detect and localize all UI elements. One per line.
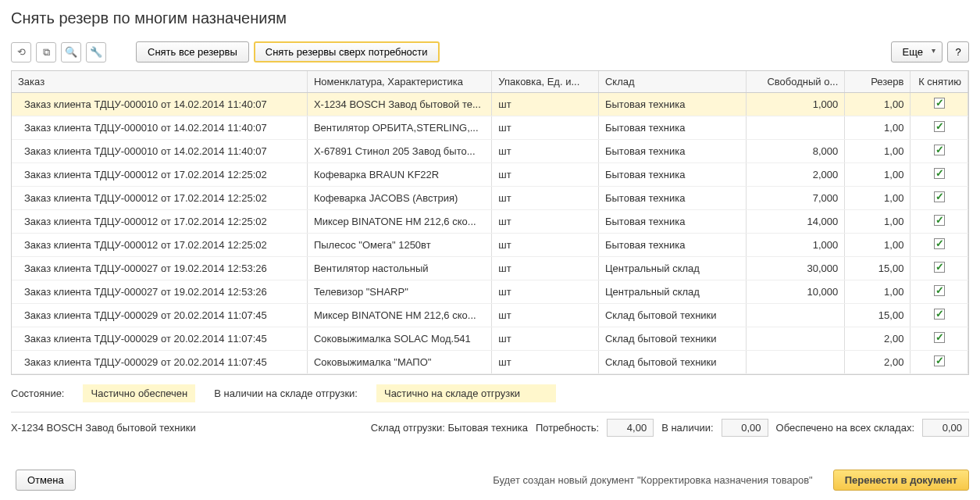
table-row[interactable]: Заказ клиента ТДЦУ-000029 от 20.02.2014 … (12, 351, 968, 374)
table-row[interactable]: Заказ клиента ТДЦУ-000027 от 19.02.2014 … (12, 280, 968, 304)
table-row[interactable]: Заказ клиента ТДЦУ-000027 от 19.02.2014 … (12, 257, 968, 280)
table-row[interactable]: Заказ клиента ТДЦУ-000012 от 17.02.2014 … (12, 210, 968, 234)
table-row[interactable]: Заказ клиента ТДЦУ-000012 от 17.02.2014 … (12, 234, 968, 257)
cell-chk[interactable] (911, 374, 968, 375)
cell-order: Заказ клиента ТДЦУ-000010 от 14.02.2014 … (12, 116, 307, 140)
cell-nom: Телевизор "SHARP" (307, 280, 491, 304)
col-unit[interactable]: Упаковка, Ед. и... (492, 71, 599, 93)
req-label: Потребность: (536, 422, 599, 434)
cell-res: 1,00 (845, 116, 911, 140)
checkbox-icon[interactable] (934, 332, 945, 343)
summary-product: Х-1234 BOSCH Завод бытовой техники (11, 422, 196, 434)
avail-label: В наличии: (661, 422, 713, 434)
cell-order: Заказ клиента ТДЦУ-000012 от 17.02.2014 … (12, 234, 307, 257)
cell-res: 15,00 (845, 304, 911, 327)
cell-free (747, 116, 845, 140)
page-title: Снять резерв по многим назначениям (11, 9, 969, 27)
cell-chk[interactable] (911, 234, 968, 257)
cell-unit: шт (492, 234, 599, 257)
cell-nom: Кофеварка JACOBS (Австрия) (307, 187, 491, 210)
cell-unit: шт (492, 140, 599, 163)
cell-nom: Миксер BINATONE HM 212,6 ско... (307, 304, 491, 327)
checkbox-icon[interactable] (934, 191, 945, 202)
cell-order: Заказ клиента ТДЦУ-000010 от 14.02.2014 … (12, 140, 307, 163)
cell-res: 1,00 (845, 93, 911, 116)
cell-res: 1,00 (845, 210, 911, 234)
stock-label: В наличии на складе отгрузки: (214, 384, 358, 399)
search-icon[interactable]: 🔍 (61, 42, 81, 62)
cell-order: Заказ клиента ТДЦУ-000027 от 19.02.2014 … (12, 280, 307, 304)
more-button[interactable]: Еще (891, 41, 943, 62)
col-check[interactable]: К снятию (911, 71, 968, 93)
cell-free (747, 327, 845, 351)
cell-chk[interactable] (911, 351, 968, 374)
req-value: 4,00 (607, 419, 654, 437)
col-order[interactable]: Заказ (12, 71, 307, 93)
col-reserve[interactable]: Резерв (845, 71, 911, 93)
checkbox-icon[interactable] (934, 168, 945, 179)
cell-sklad: Центральный склад (598, 280, 746, 304)
remove-all-button[interactable]: Снять все резервы (136, 41, 249, 62)
cell-sklad: Бытовая техника (598, 116, 746, 140)
cell-free (747, 351, 845, 374)
cell-chk[interactable] (911, 257, 968, 280)
table-row[interactable]: Заказ клиента ТДЦУ-000010 от 14.02.2014 … (12, 140, 968, 163)
icon-btn-copy[interactable]: ⧉ (36, 42, 56, 62)
cell-chk[interactable] (911, 304, 968, 327)
cell-chk[interactable] (911, 210, 968, 234)
col-sklad[interactable]: Склад (598, 71, 746, 93)
cell-sklad: Бытовая техника (598, 234, 746, 257)
checkbox-icon[interactable] (934, 262, 945, 273)
checkbox-icon[interactable] (934, 98, 945, 109)
help-button[interactable]: ? (947, 41, 969, 62)
cell-unit: шт (492, 163, 599, 187)
checkbox-icon[interactable] (934, 285, 945, 296)
cell-free: 1,000 (747, 93, 845, 116)
cell-unit: шт (492, 187, 599, 210)
summary-sklad: Склад отгрузки: Бытовая техника (371, 422, 528, 434)
remove-excess-button[interactable]: Снять резервы сверх потребности (254, 41, 440, 62)
cancel-button[interactable]: Отмена (16, 470, 76, 491)
checkbox-icon[interactable] (934, 215, 945, 226)
all-value: 0,00 (922, 419, 969, 437)
submit-button[interactable]: Перенести в документ (833, 470, 969, 491)
table-row[interactable]: Заказ клиента ТДЦУ-000038 от 19.03.2014 … (12, 374, 968, 375)
checkbox-icon[interactable] (934, 121, 945, 132)
stock-value: Частично на складе отгрузки (376, 384, 556, 402)
avail-value: 0,00 (722, 419, 768, 437)
footer-message: Будет создан новый документ "Корректиров… (85, 474, 819, 486)
table-row[interactable]: Заказ клиента ТДЦУ-000010 от 14.02.2014 … (12, 93, 968, 116)
table-row[interactable]: Заказ клиента ТДЦУ-000012 от 17.02.2014 … (12, 187, 968, 210)
table-row[interactable]: Заказ клиента ТДЦУ-000029 от 20.02.2014 … (12, 327, 968, 351)
data-table: Заказ Номенклатура, Характеристика Упако… (11, 70, 969, 375)
checkbox-icon[interactable] (934, 145, 945, 155)
col-nomenclature[interactable]: Номенклатура, Характеристика (307, 71, 491, 93)
cell-unit: шт (492, 304, 599, 327)
col-free[interactable]: Свободный о... (747, 71, 845, 93)
checkbox-icon[interactable] (934, 309, 945, 320)
checkbox-icon[interactable] (934, 238, 945, 249)
cell-nom: Х-1234 BOSCH Завод бытовой те... (307, 93, 491, 116)
cell-chk[interactable] (911, 163, 968, 187)
cell-unit: шт (492, 257, 599, 280)
cell-chk[interactable] (911, 187, 968, 210)
cell-free: 30,000 (747, 257, 845, 280)
cell-order: Заказ клиента ТДЦУ-000012 от 17.02.2014 … (12, 187, 307, 210)
cell-chk[interactable] (911, 327, 968, 351)
cell-free: 7,000 (747, 187, 845, 210)
cell-chk[interactable] (911, 93, 968, 116)
cell-sklad: Бытовая техника (598, 140, 746, 163)
cell-unit: шт (492, 210, 599, 234)
table-row[interactable]: Заказ клиента ТДЦУ-000010 от 14.02.2014 … (12, 116, 968, 140)
settings-icon[interactable]: 🔧 (86, 42, 106, 62)
cell-free: 8,000 (747, 140, 845, 163)
cell-chk[interactable] (911, 116, 968, 140)
icon-btn-refresh[interactable]: ⟲ (11, 42, 31, 62)
checkbox-icon[interactable] (934, 355, 945, 366)
table-row[interactable]: Заказ клиента ТДЦУ-000012 от 17.02.2014 … (12, 163, 968, 187)
table-row[interactable]: Заказ клиента ТДЦУ-000029 от 20.02.2014 … (12, 304, 968, 327)
cell-chk[interactable] (911, 140, 968, 163)
toolbar: ⟲ ⧉ 🔍 🔧 Снять все резервы Снять резервы … (11, 41, 969, 62)
cell-unit: шт (492, 327, 599, 351)
cell-chk[interactable] (911, 280, 968, 304)
